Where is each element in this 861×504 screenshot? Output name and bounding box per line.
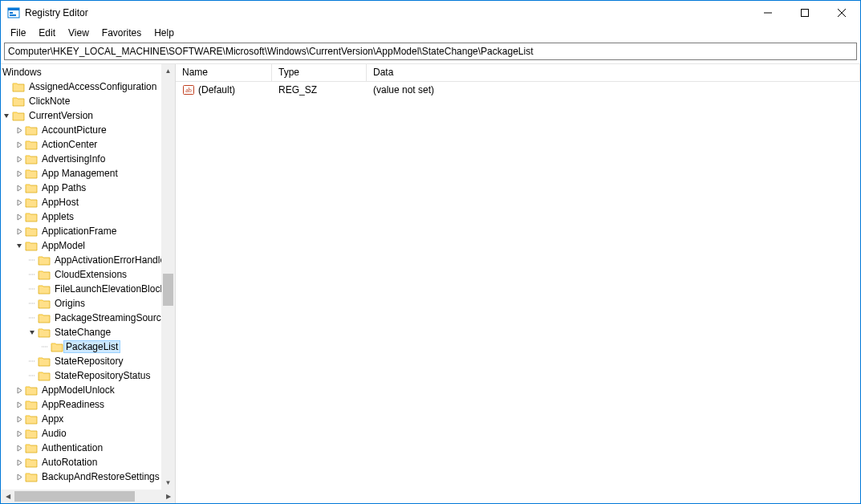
chevron-down-icon[interactable] (1, 112, 12, 120)
chevron-down-icon[interactable] (14, 242, 25, 250)
tree-item-label: AutoRotation (40, 457, 99, 468)
tree-item-appmodelunlock[interactable]: AppModelUnlock (1, 383, 175, 397)
chevron-right-icon[interactable] (14, 213, 25, 221)
chevron-right-icon[interactable] (14, 401, 25, 408)
scroll-up-arrow-icon[interactable]: ▲ (161, 64, 175, 78)
tree-horizontal-scrollbar[interactable]: ◀ ▶ (1, 490, 175, 503)
expander-placeholder (26, 368, 38, 383)
value-row[interactable]: ab(Default)REG_SZ(value not set) (176, 82, 860, 98)
tree-item-applets[interactable]: Applets (1, 209, 175, 224)
string-value-icon: ab (182, 83, 195, 96)
chevron-right-icon[interactable] (14, 199, 25, 206)
chevron-right-icon[interactable] (14, 459, 25, 466)
values-list[interactable]: ab(Default)REG_SZ(value not set) (176, 82, 860, 503)
folder-icon (25, 168, 38, 179)
tree-item-label: ClickNote (27, 96, 71, 107)
tree-item-origins[interactable]: Origins (1, 296, 175, 311)
svg-rect-1 (8, 8, 19, 10)
tree[interactable]: WindowsAssignedAccessConfigurationClickN… (1, 64, 175, 485)
column-header-name[interactable]: Name (176, 64, 272, 81)
chevron-right-icon[interactable] (14, 416, 25, 423)
minimize-button[interactable] (749, 1, 786, 25)
chevron-right-icon[interactable] (14, 228, 25, 235)
chevron-right-icon[interactable] (14, 127, 25, 134)
maximize-button[interactable] (786, 1, 823, 25)
address-path: Computer\HKEY_LOCAL_MACHINE\SOFTWARE\Mic… (8, 46, 533, 57)
menu-help[interactable]: Help (148, 26, 181, 40)
tree-item-label: StateRepository (53, 356, 124, 367)
scroll-down-arrow-icon[interactable]: ▼ (161, 476, 175, 490)
folder-icon (38, 370, 51, 381)
close-button[interactable] (823, 1, 860, 25)
chevron-right-icon[interactable] (14, 156, 25, 163)
chevron-right-icon[interactable] (14, 387, 25, 394)
tree-item-label: Windows (1, 67, 43, 78)
tree-item-windows[interactable]: Windows (1, 65, 175, 79)
tree-item-app-paths[interactable]: App Paths (1, 181, 175, 195)
folder-icon (25, 139, 38, 150)
tree-item-filelaunchelevationblocklist[interactable]: FileLaunchElevationBlockList (1, 282, 175, 296)
tree-item-appactivationerrorhandlers[interactable]: AppActivationErrorHandlers (1, 253, 175, 267)
chevron-right-icon[interactable] (14, 141, 25, 148)
chevron-right-icon[interactable] (14, 185, 25, 192)
tree-item-label: AppModelUnlock (40, 384, 116, 396)
tree-item-applicationframe[interactable]: ApplicationFrame (1, 224, 175, 238)
scroll-right-arrow-icon[interactable]: ▶ (161, 490, 175, 503)
chevron-right-icon[interactable] (14, 474, 25, 481)
expander-placeholder (26, 311, 38, 325)
tree-item-advertisinginfo[interactable]: AdvertisingInfo (1, 152, 175, 166)
expander-placeholder (26, 253, 38, 267)
folder-icon (25, 240, 38, 251)
scroll-left-arrow-icon[interactable]: ◀ (1, 490, 14, 503)
expander-placeholder (39, 339, 51, 354)
tree-item-appreadiness[interactable]: AppReadiness (1, 397, 175, 412)
tree-item-label: BackupAndRestoreSettings (40, 471, 161, 482)
scroll-thumb[interactable] (163, 274, 173, 306)
tree-item-staterepository[interactable]: StateRepository (1, 354, 175, 368)
chevron-right-icon[interactable] (14, 430, 25, 437)
menu-file[interactable]: File (4, 26, 32, 40)
menu-view[interactable]: View (62, 26, 95, 40)
tree-item-staterepositorystatus[interactable]: StateRepositoryStatus (1, 368, 175, 383)
tree-item-apphost[interactable]: AppHost (1, 195, 175, 209)
tree-item-label: PackageList (63, 340, 120, 353)
address-bar[interactable]: Computer\HKEY_LOCAL_MACHINE\SOFTWARE\Mic… (4, 43, 857, 60)
tree-item-autorotation[interactable]: AutoRotation (1, 455, 175, 469)
scroll-thumb[interactable] (14, 491, 135, 502)
tree-item-backupandrestoresettings[interactable]: BackupAndRestoreSettings (1, 469, 175, 484)
tree-item-accountpicture[interactable]: AccountPicture (1, 123, 175, 137)
tree-item-statechange[interactable]: StateChange (1, 325, 175, 339)
tree-item-actioncenter[interactable]: ActionCenter (1, 137, 175, 152)
folder-icon (38, 356, 51, 367)
tree-item-currentversion[interactable]: CurrentVersion (1, 108, 175, 123)
tree-item-label: PackageStreamingSources (53, 312, 173, 323)
menu-favorites[interactable]: Favorites (95, 26, 148, 40)
folder-icon (25, 384, 38, 396)
scroll-track[interactable] (161, 78, 175, 476)
tree-item-clicknote[interactable]: ClickNote (1, 94, 175, 108)
tree-item-cloudextensions[interactable]: CloudExtensions (1, 267, 175, 282)
chevron-right-icon[interactable] (14, 170, 25, 177)
column-header-type[interactable]: Type (272, 64, 367, 81)
tree-item-audio[interactable]: Audio (1, 426, 175, 441)
chevron-right-icon[interactable] (14, 445, 25, 452)
tree-item-appmodel[interactable]: AppModel (1, 238, 175, 253)
chevron-down-icon[interactable] (26, 329, 38, 336)
scroll-track[interactable] (14, 490, 161, 503)
menu-edit[interactable]: Edit (32, 26, 62, 40)
tree-item-assignedaccessconfiguration[interactable]: AssignedAccessConfiguration (1, 79, 175, 94)
tree-item-app-management[interactable]: App Management (1, 166, 175, 181)
content-area: WindowsAssignedAccessConfigurationClickN… (1, 63, 860, 503)
folder-icon (25, 399, 38, 410)
folder-icon (25, 471, 38, 482)
tree-item-appx[interactable]: Appx (1, 412, 175, 426)
tree-item-packagestreamingsources[interactable]: PackageStreamingSources (1, 311, 175, 325)
tree-item-label: Applets (40, 211, 75, 222)
tree-item-authentication[interactable]: Authentication (1, 441, 175, 455)
tree-vertical-scrollbar[interactable]: ▲ ▼ (161, 64, 175, 490)
values-pane: Name Type Data ab(Default)REG_SZ(value n… (176, 64, 860, 503)
tree-item-packagelist[interactable]: PackageList (1, 339, 175, 354)
expander-placeholder (26, 354, 38, 368)
window-title: Registry Editor (25, 7, 88, 18)
column-header-data[interactable]: Data (367, 64, 860, 81)
